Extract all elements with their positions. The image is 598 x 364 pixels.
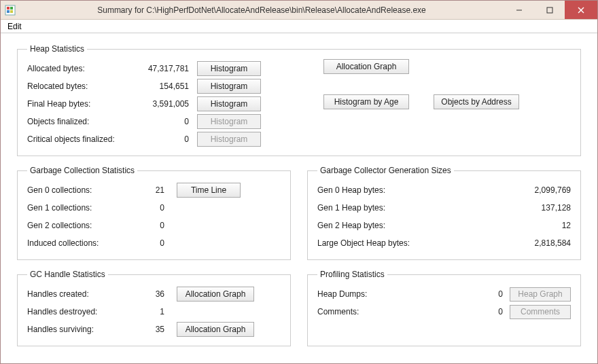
- histogram-allocated-button[interactable]: Histogram: [197, 61, 261, 76]
- histogram-relocated-button[interactable]: Histogram: [197, 79, 261, 94]
- svg-rect-1: [7, 7, 10, 10]
- relocated-bytes-value: 154,651: [136, 81, 197, 91]
- gc-statistics-group: Garbage Collection Statistics Gen 0 coll…: [17, 166, 291, 260]
- critical-finalized-label: Critical objects finalized:: [27, 134, 136, 144]
- close-button[interactable]: [565, 1, 597, 19]
- window-controls: [504, 1, 597, 19]
- histogram-by-age-button[interactable]: Histogram by Age: [323, 94, 409, 109]
- menubar: Edit: [1, 20, 597, 33]
- induced-collections-value: 0: [136, 238, 177, 248]
- profiling-group: Profiling Statistics Heap Dumps: 0 Heap …: [307, 270, 581, 346]
- handle-legend: GC Handle Statistics: [27, 270, 108, 279]
- gen1-collections-label: Gen 1 collections:: [27, 203, 136, 213]
- gen1-heap-label: Gen 1 Heap bytes:: [317, 203, 510, 213]
- titlebar: Summary for C:\HighPerfDotNet\AllocateAn…: [1, 1, 597, 20]
- handles-created-value: 36: [136, 289, 177, 299]
- handles-surviving-alloc-graph-button[interactable]: Allocation Graph: [177, 322, 254, 337]
- client-area: Heap Statistics Allocation Graph Histogr…: [1, 33, 597, 363]
- svg-rect-4: [10, 10, 13, 13]
- gen0-collections-label: Gen 0 collections:: [27, 185, 136, 195]
- histogram-critical-button: Histogram: [197, 132, 261, 147]
- gen2-collections-value: 0: [136, 221, 177, 230]
- svg-rect-3: [7, 10, 10, 13]
- gen1-collections-value: 0: [136, 203, 177, 213]
- menu-edit[interactable]: Edit: [3, 20, 26, 33]
- handles-created-label: Handles created:: [27, 289, 136, 299]
- allocation-graph-button[interactable]: Allocation Graph: [323, 59, 409, 74]
- profiling-legend: Profiling Statistics: [317, 270, 387, 279]
- gen0-heap-label: Gen 0 Heap bytes:: [317, 185, 510, 195]
- heap-dumps-label: Heap Dumps:: [317, 289, 476, 299]
- timeline-button[interactable]: Time Line: [177, 183, 241, 198]
- heap-graph-button: Heap Graph: [510, 287, 571, 302]
- minimize-button[interactable]: [504, 1, 534, 19]
- gen-sizes-group: Garbage Collector Generation Sizes Gen 0…: [307, 166, 581, 260]
- gen2-heap-label: Gen 2 Heap bytes:: [317, 221, 510, 230]
- comments-button: Comments: [510, 305, 571, 319]
- final-heap-bytes-label: Final Heap bytes:: [27, 99, 136, 109]
- comments-label: Comments:: [317, 307, 476, 316]
- app-icon: [5, 5, 16, 16]
- final-heap-bytes-value: 3,591,005: [136, 99, 197, 109]
- svg-rect-6: [547, 7, 552, 13]
- loh-value: 2,818,584: [510, 238, 571, 248]
- heap-dumps-value: 0: [476, 289, 503, 299]
- comments-value: 0: [476, 307, 503, 316]
- histogram-finalized-button: Histogram: [197, 114, 261, 129]
- objects-by-address-button[interactable]: Objects by Address: [434, 94, 519, 109]
- handles-destroyed-label: Handles destroyed:: [27, 307, 136, 316]
- maximize-button[interactable]: [534, 1, 565, 19]
- heap-statistics-group: Heap Statistics Allocation Graph Histogr…: [17, 44, 581, 156]
- gc-handle-group: GC Handle Statistics Handles created: 36…: [17, 270, 291, 346]
- gen2-collections-label: Gen 2 collections:: [27, 221, 136, 230]
- allocated-bytes-value: 47,317,781: [136, 64, 197, 73]
- gen1-heap-value: 137,128: [510, 203, 571, 213]
- gc-legend: Garbage Collection Statistics: [27, 166, 137, 175]
- histogram-final-button[interactable]: Histogram: [197, 96, 261, 111]
- gen-sizes-legend: Garbage Collector Generation Sizes: [317, 166, 454, 175]
- objects-finalized-value: 0: [136, 117, 197, 126]
- objects-finalized-label: Objects finalized:: [27, 117, 136, 126]
- gen0-heap-value: 2,099,769: [510, 185, 571, 195]
- gen0-collections-value: 21: [136, 185, 177, 195]
- handles-surviving-label: Handles surviving:: [27, 325, 136, 334]
- svg-rect-2: [10, 7, 13, 10]
- handles-destroyed-value: 1: [136, 307, 177, 316]
- gen2-heap-value: 12: [510, 221, 571, 230]
- window-title: Summary for C:\HighPerfDotNet\AllocateAn…: [20, 5, 504, 15]
- induced-collections-label: Induced collections:: [27, 238, 136, 248]
- app-window: Summary for C:\HighPerfDotNet\AllocateAn…: [0, 0, 598, 364]
- heap-legend: Heap Statistics: [27, 44, 87, 54]
- handles-created-alloc-graph-button[interactable]: Allocation Graph: [177, 287, 254, 302]
- loh-label: Large Object Heap bytes:: [317, 238, 510, 248]
- critical-finalized-value: 0: [136, 134, 197, 144]
- relocated-bytes-label: Relocated bytes:: [27, 81, 136, 91]
- handles-surviving-value: 35: [136, 325, 177, 334]
- allocated-bytes-label: Allocated bytes:: [27, 64, 136, 73]
